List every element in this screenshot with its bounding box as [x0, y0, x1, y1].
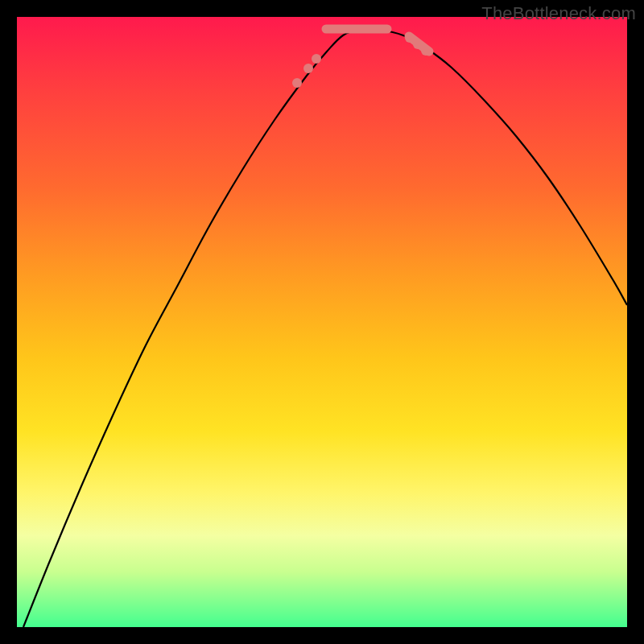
bottleneck-curve: [23, 29, 627, 627]
marker-dot: [303, 64, 313, 73]
marker-dot: [312, 54, 321, 64]
curve-markers: [292, 29, 431, 88]
chart-area: [17, 17, 627, 627]
watermark-text: TheBottleneck.com: [481, 3, 636, 24]
bottleneck-chart: [17, 17, 627, 627]
marker-segment: [409, 36, 429, 52]
marker-dot: [292, 78, 302, 88]
